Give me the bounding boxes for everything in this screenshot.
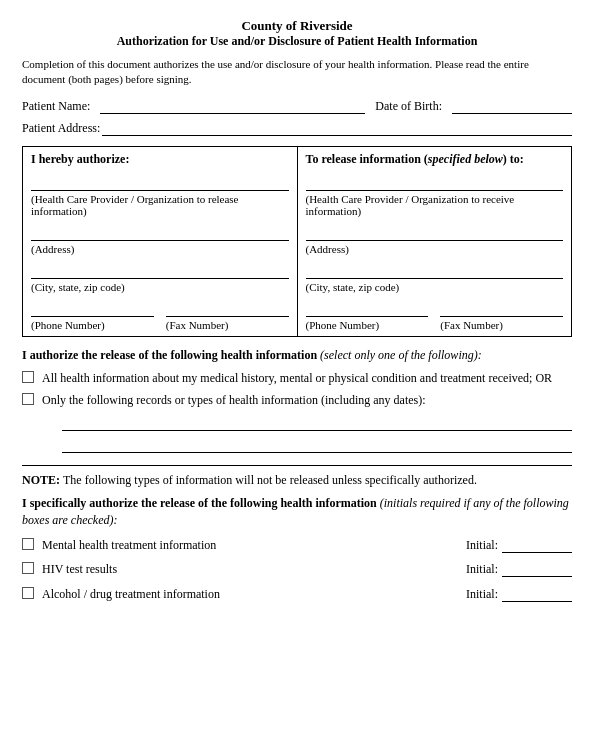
left-fax-input[interactable] [166, 301, 289, 317]
specific-item-1-checkbox[interactable] [22, 562, 34, 574]
right-provider-input[interactable] [306, 175, 564, 191]
release-option2-text: Only the following records or types of h… [42, 393, 426, 407]
release-option1-row: All health information about my medical … [22, 370, 572, 387]
patient-address-label: Patient Address: [22, 121, 100, 136]
intro-text: Completion of this document authorizes t… [22, 57, 572, 88]
right-phone-label: (Phone Number) [306, 319, 429, 331]
page-header: County of Riverside Authorization for Us… [22, 18, 572, 49]
specific-item-0-initial-input[interactable] [502, 537, 572, 553]
release-title: I authorize the release of the following… [22, 347, 572, 364]
specific-item-0-initial-label: Initial: [466, 538, 498, 553]
right-provider-label: (Health Care Provider / Organization to … [306, 193, 564, 217]
patient-address-row: Patient Address: [22, 120, 572, 136]
patient-name-input[interactable] [100, 98, 365, 114]
left-col-header: I hereby authorize: [31, 152, 289, 167]
left-fax-label: (Fax Number) [166, 319, 289, 331]
dob-label: Date of Birth: [375, 99, 442, 114]
patient-address-input[interactable] [102, 120, 572, 136]
right-city-label: (City, state, zip code) [306, 281, 564, 293]
note-prefix: NOTE: [22, 473, 63, 487]
release-option2-checkbox[interactable] [22, 393, 34, 405]
specific-item-2-row: Alcohol / drug treatment information Ini… [22, 586, 572, 603]
records-lines [62, 413, 572, 453]
specific-item-0-initial-group: Initial: [466, 537, 572, 553]
release-section: I authorize the release of the following… [22, 347, 572, 457]
patient-name-row: Patient Name: Date of Birth: [22, 98, 572, 114]
patient-name-label: Patient Name: [22, 99, 90, 114]
left-city-input[interactable] [31, 263, 289, 279]
specific-bold: I specifically authorize the release of … [22, 496, 377, 510]
right-fax-input[interactable] [440, 301, 563, 317]
right-fax-label: (Fax Number) [440, 319, 563, 331]
left-fax-group: (Fax Number) [166, 301, 289, 331]
dob-input[interactable] [452, 98, 572, 114]
right-address-label: (Address) [306, 243, 564, 255]
left-phone-label: (Phone Number) [31, 319, 154, 331]
specific-item-2-initial-input[interactable] [502, 586, 572, 602]
left-provider-label: (Health Care Provider / Organization to … [31, 193, 289, 217]
right-phone-input[interactable] [306, 301, 429, 317]
left-phone-group: (Phone Number) [31, 301, 154, 331]
specific-item-2-initial-group: Initial: [466, 586, 572, 602]
release-title-bold: I authorize the release of the following… [22, 348, 317, 362]
specific-item-1-initial-group: Initial: [466, 561, 572, 577]
right-address-input[interactable] [306, 225, 564, 241]
right-col-header: To release information (specified below)… [306, 152, 564, 167]
right-phone-row: (Phone Number) (Fax Number) [306, 301, 564, 331]
left-address-label: (Address) [31, 243, 289, 255]
specific-item-1-initial-label: Initial: [466, 562, 498, 577]
header-subtitle: Authorization for Use and/or Disclosure … [22, 34, 572, 49]
note-text: NOTE: The following types of information… [22, 472, 572, 489]
left-provider-input[interactable] [31, 175, 289, 191]
left-address-input[interactable] [31, 225, 289, 241]
release-title-italic: (select only one of the following): [317, 348, 482, 362]
authorize-table: I hereby authorize: (Health Care Provide… [22, 146, 572, 337]
release-option1-text: All health information about my medical … [42, 370, 552, 387]
left-city-label: (City, state, zip code) [31, 281, 289, 293]
specific-item-1-initial-input[interactable] [502, 561, 572, 577]
release-option1-checkbox[interactable] [22, 371, 34, 383]
records-line-2[interactable] [62, 435, 572, 453]
specific-item-2-label: Alcohol / drug treatment information [42, 586, 458, 603]
specific-item-0-row: Mental health treatment information Init… [22, 537, 572, 554]
specific-item-0-label: Mental health treatment information [42, 537, 458, 554]
left-phone-row: (Phone Number) (Fax Number) [31, 301, 289, 331]
note-section: NOTE: The following types of information… [22, 465, 572, 603]
right-fax-group: (Fax Number) [440, 301, 563, 331]
specific-item-2-checkbox[interactable] [22, 587, 34, 599]
specific-item-2-initial-label: Initial: [466, 587, 498, 602]
specific-auth-text: I specifically authorize the release of … [22, 495, 572, 529]
specific-item-1-row: HIV test results Initial: [22, 561, 572, 578]
specific-item-1-label: HIV test results [42, 561, 458, 578]
release-option2-row: Only the following records or types of h… [22, 392, 572, 457]
header-title: County of Riverside [22, 18, 572, 34]
right-phone-group: (Phone Number) [306, 301, 429, 331]
left-phone-input[interactable] [31, 301, 154, 317]
specific-item-0-checkbox[interactable] [22, 538, 34, 550]
note-body: The following types of information will … [63, 473, 477, 487]
records-line-1[interactable] [62, 413, 572, 431]
right-city-input[interactable] [306, 263, 564, 279]
